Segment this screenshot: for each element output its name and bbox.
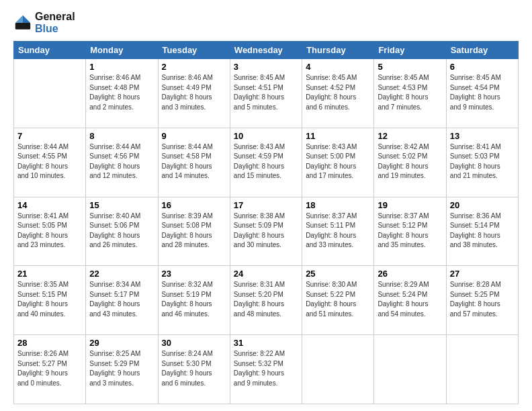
day-number: 12 (378, 131, 442, 141)
calendar-cell: 29Sunrise: 8:25 AM Sunset: 5:29 PM Dayli… (86, 335, 158, 404)
calendar-week-row: 1Sunrise: 8:46 AM Sunset: 4:48 PM Daylig… (14, 59, 519, 128)
day-number: 29 (89, 338, 154, 348)
calendar-cell: 10Sunrise: 8:43 AM Sunset: 4:59 PM Dayli… (230, 128, 302, 197)
day-number: 23 (162, 269, 226, 279)
calendar-cell: 24Sunrise: 8:31 AM Sunset: 5:20 PM Dayli… (230, 266, 302, 335)
calendar-cell: 20Sunrise: 8:36 AM Sunset: 5:14 PM Dayli… (446, 197, 518, 266)
day-info: Sunrise: 8:44 AM Sunset: 4:56 PM Dayligh… (89, 142, 154, 181)
calendar-cell: 6Sunrise: 8:45 AM Sunset: 4:54 PM Daylig… (446, 59, 518, 128)
day-header-saturday: Saturday (446, 42, 518, 59)
day-info: Sunrise: 8:44 AM Sunset: 4:55 PM Dayligh… (17, 142, 82, 181)
day-info: Sunrise: 8:46 AM Sunset: 4:49 PM Dayligh… (162, 73, 226, 112)
day-number: 26 (378, 269, 442, 279)
calendar-body: 1Sunrise: 8:46 AM Sunset: 4:48 PM Daylig… (14, 59, 519, 404)
calendar-cell: 7Sunrise: 8:44 AM Sunset: 4:55 PM Daylig… (14, 128, 86, 197)
day-number: 22 (89, 269, 154, 279)
day-header-monday: Monday (86, 42, 158, 59)
day-info: Sunrise: 8:31 AM Sunset: 5:20 PM Dayligh… (234, 280, 298, 319)
calendar-cell: 15Sunrise: 8:40 AM Sunset: 5:06 PM Dayli… (86, 197, 158, 266)
calendar-cell: 5Sunrise: 8:45 AM Sunset: 4:53 PM Daylig… (374, 59, 446, 128)
calendar-cell: 13Sunrise: 8:41 AM Sunset: 5:03 PM Dayli… (446, 128, 518, 197)
day-info: Sunrise: 8:41 AM Sunset: 5:05 PM Dayligh… (17, 212, 82, 250)
day-number: 18 (306, 200, 370, 210)
logo-text: General Blue (35, 11, 75, 34)
day-info: Sunrise: 8:46 AM Sunset: 4:48 PM Dayligh… (89, 73, 154, 112)
day-info: Sunrise: 8:37 AM Sunset: 5:12 PM Dayligh… (378, 212, 442, 250)
day-number: 16 (162, 200, 226, 210)
calendar-cell: 21Sunrise: 8:35 AM Sunset: 5:15 PM Dayli… (14, 266, 86, 335)
calendar-cell: 28Sunrise: 8:26 AM Sunset: 5:27 PM Dayli… (14, 335, 86, 404)
calendar-cell (446, 335, 518, 404)
day-info: Sunrise: 8:22 AM Sunset: 5:32 PM Dayligh… (234, 349, 298, 388)
calendar-cell: 31Sunrise: 8:22 AM Sunset: 5:32 PM Dayli… (230, 335, 302, 404)
day-number: 14 (17, 200, 82, 210)
day-number: 10 (234, 131, 298, 141)
day-info: Sunrise: 8:37 AM Sunset: 5:11 PM Dayligh… (306, 212, 370, 250)
day-info: Sunrise: 8:36 AM Sunset: 5:14 PM Dayligh… (450, 212, 515, 250)
svg-marker-1 (15, 15, 23, 22)
calendar-cell: 3Sunrise: 8:45 AM Sunset: 4:51 PM Daylig… (230, 59, 302, 128)
day-number: 30 (162, 338, 226, 348)
day-number: 4 (306, 62, 370, 72)
calendar-cell: 27Sunrise: 8:28 AM Sunset: 5:25 PM Dayli… (446, 266, 518, 335)
day-info: Sunrise: 8:26 AM Sunset: 5:27 PM Dayligh… (17, 349, 82, 388)
logo-icon (13, 13, 32, 32)
calendar-cell: 19Sunrise: 8:37 AM Sunset: 5:12 PM Dayli… (374, 197, 446, 266)
logo: General Blue (13, 11, 75, 34)
day-info: Sunrise: 8:38 AM Sunset: 5:09 PM Dayligh… (234, 212, 298, 250)
day-number: 7 (17, 131, 82, 141)
calendar-week-row: 28Sunrise: 8:26 AM Sunset: 5:27 PM Dayli… (14, 335, 519, 404)
day-number: 13 (450, 131, 515, 141)
day-number: 31 (234, 338, 298, 348)
day-number: 17 (234, 200, 298, 210)
day-info: Sunrise: 8:28 AM Sunset: 5:25 PM Dayligh… (450, 280, 515, 319)
day-info: Sunrise: 8:44 AM Sunset: 4:58 PM Dayligh… (162, 142, 226, 181)
day-number: 20 (450, 200, 515, 210)
day-info: Sunrise: 8:45 AM Sunset: 4:54 PM Dayligh… (450, 73, 515, 112)
day-info: Sunrise: 8:35 AM Sunset: 5:15 PM Dayligh… (17, 280, 82, 319)
day-info: Sunrise: 8:32 AM Sunset: 5:19 PM Dayligh… (162, 280, 226, 319)
calendar-cell: 23Sunrise: 8:32 AM Sunset: 5:19 PM Dayli… (158, 266, 230, 335)
day-info: Sunrise: 8:34 AM Sunset: 5:17 PM Dayligh… (89, 280, 154, 319)
day-number: 8 (89, 131, 154, 141)
day-number: 15 (89, 200, 154, 210)
day-number: 28 (17, 338, 82, 348)
day-info: Sunrise: 8:45 AM Sunset: 4:51 PM Dayligh… (234, 73, 298, 112)
day-header-tuesday: Tuesday (158, 42, 230, 59)
day-info: Sunrise: 8:43 AM Sunset: 4:59 PM Dayligh… (234, 142, 298, 181)
day-number: 27 (450, 269, 515, 279)
calendar-cell: 17Sunrise: 8:38 AM Sunset: 5:09 PM Dayli… (230, 197, 302, 266)
day-header-thursday: Thursday (302, 42, 374, 59)
day-info: Sunrise: 8:39 AM Sunset: 5:08 PM Dayligh… (162, 212, 226, 250)
day-number: 5 (378, 62, 442, 72)
svg-marker-0 (23, 15, 30, 22)
day-info: Sunrise: 8:24 AM Sunset: 5:30 PM Dayligh… (162, 349, 226, 388)
day-header-sunday: Sunday (14, 42, 86, 59)
day-header-wednesday: Wednesday (230, 42, 302, 59)
calendar-cell: 1Sunrise: 8:46 AM Sunset: 4:48 PM Daylig… (86, 59, 158, 128)
day-number: 9 (162, 131, 226, 141)
calendar-week-row: 21Sunrise: 8:35 AM Sunset: 5:15 PM Dayli… (14, 266, 519, 335)
calendar-cell: 12Sunrise: 8:42 AM Sunset: 5:02 PM Dayli… (374, 128, 446, 197)
day-info: Sunrise: 8:29 AM Sunset: 5:24 PM Dayligh… (378, 280, 442, 319)
calendar-cell: 8Sunrise: 8:44 AM Sunset: 4:56 PM Daylig… (86, 128, 158, 197)
calendar-cell (374, 335, 446, 404)
calendar-week-row: 14Sunrise: 8:41 AM Sunset: 5:05 PM Dayli… (14, 197, 519, 266)
calendar-cell (14, 59, 86, 128)
calendar-cell: 11Sunrise: 8:43 AM Sunset: 5:00 PM Dayli… (302, 128, 374, 197)
day-info: Sunrise: 8:45 AM Sunset: 4:53 PM Dayligh… (378, 73, 442, 112)
svg-rect-2 (15, 23, 30, 30)
day-number: 25 (306, 269, 370, 279)
page: General Blue SundayMondayTuesdayWednesda… (0, 0, 532, 411)
day-info: Sunrise: 8:41 AM Sunset: 5:03 PM Dayligh… (450, 142, 515, 181)
day-number: 6 (450, 62, 515, 72)
day-number: 21 (17, 269, 82, 279)
day-number: 19 (378, 200, 442, 210)
calendar-cell: 30Sunrise: 8:24 AM Sunset: 5:30 PM Dayli… (158, 335, 230, 404)
day-info: Sunrise: 8:30 AM Sunset: 5:22 PM Dayligh… (306, 280, 370, 319)
calendar-cell: 9Sunrise: 8:44 AM Sunset: 4:58 PM Daylig… (158, 128, 230, 197)
header: General Blue (13, 11, 519, 34)
calendar-cell: 4Sunrise: 8:45 AM Sunset: 4:52 PM Daylig… (302, 59, 374, 128)
day-number: 11 (306, 131, 370, 141)
calendar-cell: 2Sunrise: 8:46 AM Sunset: 4:49 PM Daylig… (158, 59, 230, 128)
